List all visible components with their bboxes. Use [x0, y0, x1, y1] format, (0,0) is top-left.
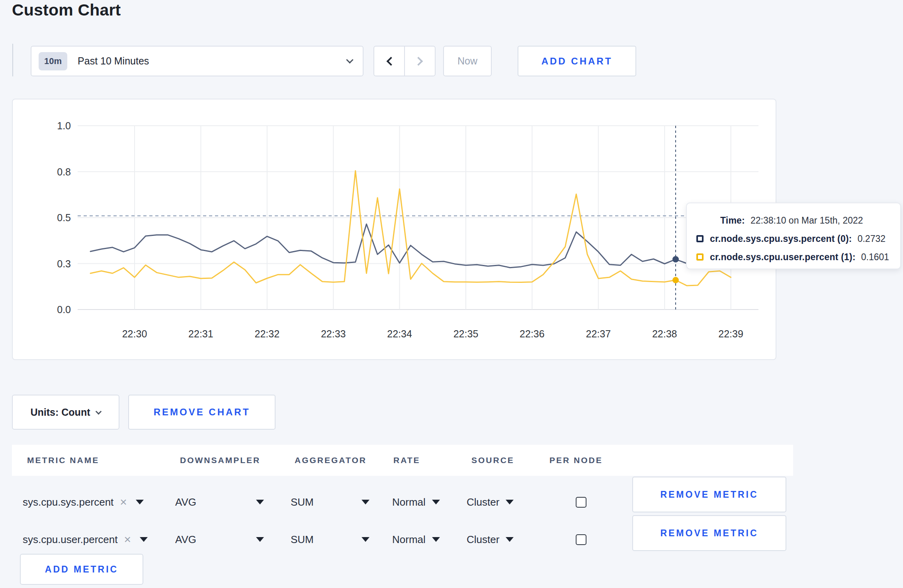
caret-down-icon	[136, 500, 144, 504]
rate-select[interactable]: Normal	[392, 496, 440, 508]
metric-name-select[interactable]: sys.cpu.sys.percent ×	[23, 496, 144, 508]
col-header-source: SOURCE	[471, 456, 514, 465]
downsampler-value: AVG	[175, 496, 196, 508]
tooltip-series-label: cr.node.sys.cpu.sys.percent (0):	[710, 234, 852, 244]
metric-name-value: sys.cpu.sys.percent	[23, 496, 113, 508]
remove-metric-button[interactable]: REMOVE METRIC	[632, 477, 786, 512]
per-node-checkbox[interactable]	[576, 534, 586, 545]
custom-chart-page: Custom Chart 10m Past 10 Minutes Now ADD…	[0, 0, 903, 588]
tooltip-time-row: Time: 22:38:10 on Mar 15th, 2022	[696, 211, 900, 230]
sys-percent-swatch-icon	[696, 235, 704, 242]
time-range-badge: 10m	[39, 52, 67, 70]
tooltip-series-row: cr.node.sys.cpu.user.percent (1): 0.1601	[696, 248, 900, 266]
caret-down-icon	[506, 537, 514, 542]
source-select[interactable]: Cluster	[467, 496, 514, 508]
left-divider	[12, 44, 13, 76]
time-range-dropdown[interactable]: 10m Past 10 Minutes	[31, 46, 364, 76]
tooltip-series-value: 0.1601	[861, 252, 889, 263]
per-node-cell	[576, 497, 586, 508]
col-header-metric-name: METRIC NAME	[27, 456, 99, 465]
units-dropdown[interactable]: Units: Count	[12, 395, 119, 430]
rate-value: Normal	[392, 533, 426, 546]
chevron-left-icon	[386, 56, 395, 66]
caret-down-icon	[432, 500, 440, 504]
downsampler-select[interactable]: AVG	[175, 496, 264, 508]
metric-name-value: sys.cpu.user.percent	[23, 533, 117, 546]
clear-metric-icon[interactable]: ×	[120, 496, 127, 508]
chevron-down-icon	[96, 408, 102, 415]
chart-card	[12, 99, 776, 360]
downsampler-value: AVG	[175, 533, 196, 546]
per-node-cell	[576, 534, 586, 545]
add-metric-button[interactable]: ADD METRIC	[20, 554, 143, 585]
user-percent-swatch-icon	[696, 253, 704, 261]
tooltip-series-row: cr.node.sys.cpu.sys.percent (0): 0.2732	[696, 230, 900, 248]
caret-down-icon	[256, 500, 264, 504]
per-node-checkbox[interactable]	[576, 497, 586, 508]
caret-down-icon	[362, 500, 369, 504]
remove-chart-button[interactable]: REMOVE CHART	[128, 395, 276, 430]
col-header-aggregator: AGGREGATOR	[295, 456, 367, 465]
next-time-button[interactable]	[404, 47, 435, 76]
caret-down-icon	[432, 537, 440, 542]
downsampler-select[interactable]: AVG	[175, 533, 264, 546]
col-header-downsampler: DOWNSAMPLER	[180, 456, 260, 465]
aggregator-value: SUM	[291, 496, 314, 508]
chart-tooltip: Time: 22:38:10 on Mar 15th, 2022 cr.node…	[686, 202, 901, 269]
chevron-down-icon	[346, 56, 353, 63]
metric-name-select[interactable]: sys.cpu.user.percent ×	[23, 533, 148, 546]
rate-value: Normal	[392, 496, 426, 508]
col-header-per-node: PER NODE	[549, 456, 603, 465]
source-value: Cluster	[467, 533, 499, 546]
tooltip-series-label: cr.node.sys.cpu.user.percent (1):	[710, 252, 856, 263]
tooltip-time-value: 22:38:10 on Mar 15th, 2022	[751, 215, 863, 226]
aggregator-value: SUM	[291, 533, 314, 546]
page-title: Custom Chart	[12, 1, 121, 19]
time-pager	[373, 46, 436, 76]
source-select[interactable]: Cluster	[467, 533, 514, 546]
col-header-rate: RATE	[393, 456, 420, 465]
now-button[interactable]: Now	[443, 46, 492, 76]
tooltip-series-value: 0.2732	[858, 234, 885, 244]
remove-metric-button[interactable]: REMOVE METRIC	[632, 515, 786, 551]
caret-down-icon	[140, 537, 148, 542]
caret-down-icon	[362, 537, 369, 542]
time-range-label: Past 10 Minutes	[78, 55, 149, 67]
clear-metric-icon[interactable]: ×	[124, 533, 131, 545]
metrics-table-header: METRIC NAME DOWNSAMPLER AGGREGATOR RATE …	[12, 445, 793, 476]
aggregator-select[interactable]: SUM	[291, 496, 369, 508]
prev-time-button[interactable]	[374, 47, 404, 76]
units-label: Units: Count	[31, 407, 90, 418]
tooltip-time-label: Time:	[720, 215, 745, 226]
source-value: Cluster	[467, 496, 499, 508]
rate-select[interactable]: Normal	[392, 533, 440, 546]
caret-down-icon	[506, 500, 514, 504]
aggregator-select[interactable]: SUM	[291, 533, 369, 546]
caret-down-icon	[256, 537, 264, 542]
chevron-right-icon	[414, 56, 423, 66]
add-chart-button[interactable]: ADD CHART	[518, 46, 636, 76]
